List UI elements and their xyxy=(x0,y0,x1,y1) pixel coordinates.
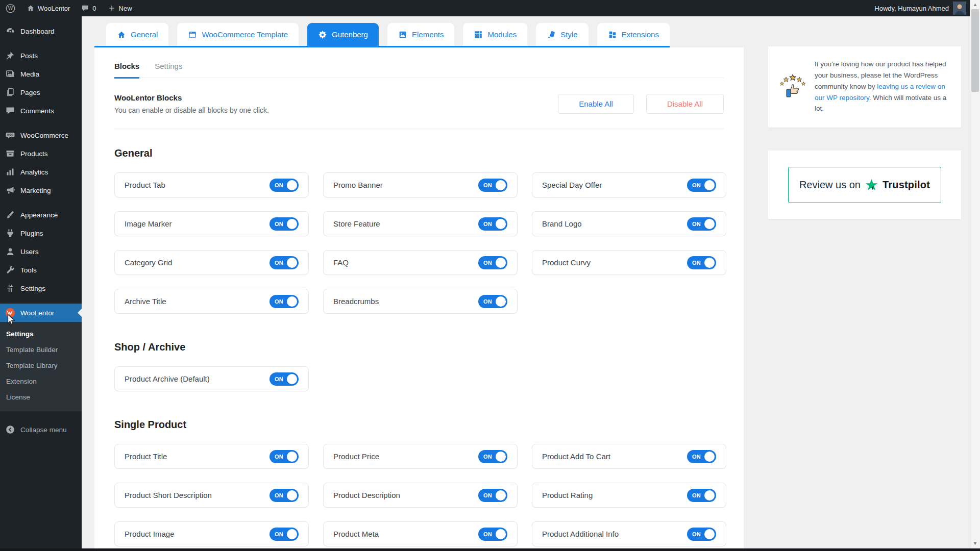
enable-all-button[interactable]: Enable All xyxy=(558,94,634,114)
home-icon xyxy=(27,4,35,12)
sidebar-item-analytics[interactable]: Analytics xyxy=(0,163,82,181)
tab-style[interactable]: Style xyxy=(536,23,588,46)
toggle-brand-logo[interactable]: ON xyxy=(687,217,716,231)
comments-menu[interactable]: 0 xyxy=(76,0,102,16)
subtab-blocks[interactable]: Blocks xyxy=(114,62,139,79)
toggle-product-archive-default[interactable]: ON xyxy=(270,372,299,386)
submenu-item-extension[interactable]: Extension xyxy=(0,373,82,389)
submenu-item-license[interactable]: License xyxy=(0,389,82,405)
toggle-product-curvy[interactable]: ON xyxy=(687,256,716,269)
toggle-store-feature[interactable]: ON xyxy=(478,217,507,231)
sidebar-item-posts[interactable]: Posts xyxy=(0,46,82,65)
sidebar-item-label: Settings xyxy=(20,285,45,292)
blocks-grid: Product TabONPromo BannerONSpecial Day O… xyxy=(114,172,724,314)
collapse-menu-button[interactable]: Collapse menu xyxy=(0,419,82,440)
block-label: Category Grid xyxy=(125,258,172,267)
sidebar-item-appearance[interactable]: Appearance xyxy=(0,206,82,224)
toggle-product-title[interactable]: ON xyxy=(270,450,299,463)
trustpilot-review-button[interactable]: Review us on Trustpilot xyxy=(788,167,941,203)
page-scrollbar[interactable]: ▲ ▼ xyxy=(970,0,980,551)
sidebar-item-label: Posts xyxy=(20,52,38,60)
submenu-item-template-builder[interactable]: Template Builder xyxy=(0,342,82,358)
toggle-state-label: ON xyxy=(275,492,283,498)
toggle-product-add-to-cart[interactable]: ON xyxy=(687,450,716,463)
plugin-icon xyxy=(5,228,15,238)
toggle-product-price[interactable]: ON xyxy=(478,450,507,463)
sidebar-item-woolentor[interactable]: WooLentor xyxy=(0,304,82,322)
tab-modules[interactable]: Modules xyxy=(463,23,527,46)
block-label: Product Meta xyxy=(333,530,379,538)
toggle-product-image[interactable]: ON xyxy=(270,528,299,541)
avatar[interactable] xyxy=(953,2,966,15)
blocks-header-title: WooLentor Blocks xyxy=(114,93,269,102)
sidebar-item-settings[interactable]: Settings xyxy=(0,279,82,297)
toggle-state-label: ON xyxy=(275,260,283,266)
blocks-header-text: WooLentor Blocks You can enable or disab… xyxy=(114,93,269,114)
toggle-category-grid[interactable]: ON xyxy=(270,256,299,269)
disable-all-button[interactable]: Disable All xyxy=(646,94,724,114)
tab-gutenberg[interactable]: Gutenberg xyxy=(307,23,379,46)
toggle-product-description[interactable]: ON xyxy=(478,489,507,502)
tab-label: General xyxy=(131,30,158,39)
tab-label: WooCommerce Template xyxy=(202,30,288,39)
block-label: FAQ xyxy=(333,258,349,267)
toggle-knob xyxy=(287,374,297,384)
tab-woocommerce-template[interactable]: WooCommerce Template xyxy=(177,23,299,46)
sidebar-item-dashboard[interactable]: Dashboard xyxy=(0,22,82,40)
toggle-product-rating[interactable]: ON xyxy=(687,489,716,502)
toggle-knob xyxy=(496,180,506,190)
tab-label: Gutenberg xyxy=(332,30,368,39)
new-content-menu[interactable]: New xyxy=(102,0,138,16)
sidebar-item-users[interactable]: Users xyxy=(0,242,82,261)
section-shop-archive: Shop / ArchiveProduct Archive (Default)O… xyxy=(114,341,724,391)
block-label: Product Tab xyxy=(125,181,165,189)
sidebar-item-tools[interactable]: Tools xyxy=(0,261,82,279)
toggle-product-short-description[interactable]: ON xyxy=(270,489,299,502)
tab-extensions[interactable]: Extensions xyxy=(597,23,670,46)
sidebar-item-label: Products xyxy=(20,150,48,158)
block-card-image-marker: Image MarkerON xyxy=(114,211,309,236)
wordpress-logo-menu[interactable]: W xyxy=(0,0,21,16)
tab-general[interactable]: General xyxy=(106,23,168,46)
blocks-grid: Product TitleONProduct PriceONProduct Ad… xyxy=(114,444,724,546)
sidebar-item-media[interactable]: Media xyxy=(0,65,82,83)
site-menu[interactable]: WooLentor xyxy=(21,0,76,16)
section-title: General xyxy=(114,147,724,159)
submenu-item-settings[interactable]: Settings xyxy=(0,326,82,342)
toggle-promo-banner[interactable]: ON xyxy=(478,179,507,192)
sidebar-item-comments[interactable]: Comments xyxy=(0,102,82,120)
squares-icon xyxy=(608,30,617,39)
block-label: Store Feature xyxy=(333,219,380,228)
submenu-item-template-library[interactable]: Template Library xyxy=(0,358,82,373)
svg-text:WOO: WOO xyxy=(7,134,13,136)
sidebar-item-marketing[interactable]: Marketing xyxy=(0,181,82,199)
scrollbar-thumb[interactable] xyxy=(971,9,979,92)
toggle-state-label: ON xyxy=(275,221,283,227)
sidebar-item-plugins[interactable]: Plugins xyxy=(0,224,82,242)
tab-elements[interactable]: Elements xyxy=(387,23,455,46)
toggle-archive-title[interactable]: ON xyxy=(270,295,299,308)
toggle-image-marker[interactable]: ON xyxy=(270,217,299,231)
toggle-state-label: ON xyxy=(692,260,701,266)
toggle-product-meta[interactable]: ON xyxy=(478,528,507,541)
howdy-text[interactable]: Howdy, Humayun Ahmed xyxy=(874,5,949,12)
toggle-state-label: ON xyxy=(692,454,701,460)
sidebar-item-pages[interactable]: Pages xyxy=(0,83,82,102)
tabs-row: GeneralWooCommerce TemplateGutenbergElem… xyxy=(82,16,970,47)
scrollbar-down-arrow[interactable]: ▼ xyxy=(970,539,980,547)
media-icon xyxy=(5,69,15,79)
grid-icon xyxy=(474,30,483,39)
sidebar-item-woocommerce[interactable]: WOOWooCommerce xyxy=(0,126,82,144)
scrollbar-up-arrow[interactable]: ▲ xyxy=(970,1,980,9)
toggle-product-tab[interactable]: ON xyxy=(270,179,299,192)
blocks-header: WooLentor Blocks You can enable or disab… xyxy=(114,78,724,129)
toggle-product-additional-info[interactable]: ON xyxy=(687,528,716,541)
toggle-state-label: ON xyxy=(275,298,283,305)
tab-label: Style xyxy=(560,30,577,39)
subtab-settings[interactable]: Settings xyxy=(155,62,182,78)
toggle-breadcrumbs[interactable]: ON xyxy=(478,295,507,308)
toggle-special-day-offer[interactable]: ON xyxy=(687,179,716,192)
toggle-state-label: ON xyxy=(275,182,283,188)
sidebar-item-products[interactable]: Products xyxy=(0,144,82,163)
toggle-faq[interactable]: ON xyxy=(478,256,507,269)
